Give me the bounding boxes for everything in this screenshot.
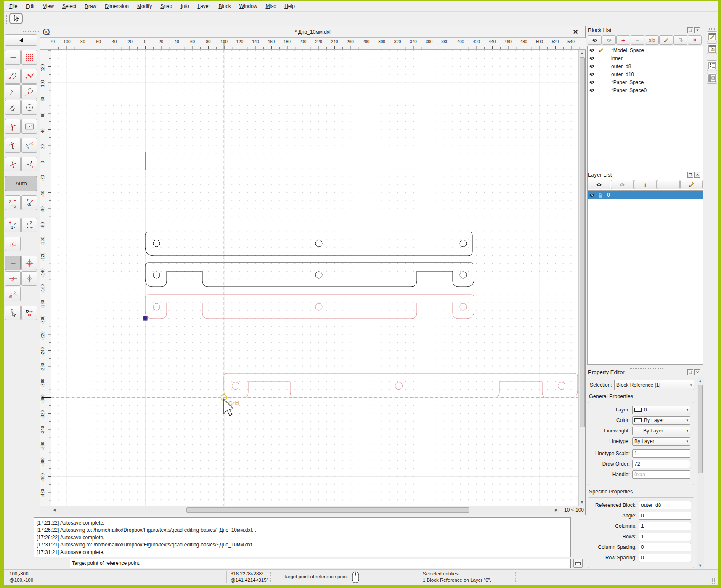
show-all-layers-button[interactable] <box>588 180 610 189</box>
snap-middle-icon[interactable] <box>5 100 21 115</box>
property-input[interactable]: 0 <box>639 543 691 551</box>
scroll-right-icon[interactable]: ▶ <box>555 508 558 512</box>
set-relative-zero-icon[interactable] <box>21 256 37 270</box>
horizontal-scrollbar[interactable]: ◀ ▶ <box>51 506 559 514</box>
block-list-item[interactable]: outer_d8 <box>588 62 703 70</box>
insert-block-button[interactable] <box>673 35 687 45</box>
block-list-item[interactable]: *Paper_Space0 <box>588 86 703 94</box>
eye-icon[interactable] <box>588 80 596 84</box>
property-dropdown[interactable]: By Layer▾ <box>632 416 690 425</box>
property-editor-close-button[interactable]: ✕ <box>694 369 700 375</box>
selection-dropdown[interactable]: Block Reference [1]▾ <box>614 380 694 390</box>
menu-layer[interactable]: Layer <box>194 2 213 11</box>
eye-icon[interactable] <box>588 64 596 69</box>
property-dropdown[interactable]: 0▾ <box>632 406 690 414</box>
snap-free-icon[interactable] <box>5 50 21 65</box>
restrict-off-icon[interactable] <box>5 237 21 251</box>
menu-view[interactable]: View <box>40 2 57 11</box>
scroll-thumb[interactable] <box>698 385 703 473</box>
resize-grip[interactable] <box>709 578 715 584</box>
toolbar-grip[interactable] <box>6 14 8 24</box>
horizontal-scroll-thumb[interactable] <box>186 507 469 513</box>
snap-grid-icon[interactable] <box>21 50 37 65</box>
property-input[interactable]: 1 <box>639 522 691 530</box>
block-list-item[interactable]: *Model_Space <box>588 46 703 54</box>
menu-modify[interactable]: Modify <box>134 2 155 11</box>
edit-block-button[interactable] <box>659 35 673 45</box>
menu-select[interactable]: Select <box>59 2 80 11</box>
coordinate-cartesian-icon[interactable]: yx <box>5 195 21 210</box>
menu-dimension[interactable]: Dimension <box>101 2 132 11</box>
vertical-scroll-thumb[interactable] <box>580 57 585 427</box>
eye-icon[interactable] <box>588 56 596 61</box>
panel-splitter[interactable] <box>629 366 663 369</box>
property-editor-float-button[interactable]: ❐ <box>687 369 693 375</box>
property-input[interactable]: 1 <box>632 449 690 458</box>
add-block-button[interactable]: + <box>616 35 630 45</box>
scroll-left-icon[interactable]: ◀ <box>53 508 56 512</box>
property-input[interactable]: 0 <box>639 554 691 562</box>
command-line-input[interactable]: Target point of reference point: <box>70 559 571 568</box>
snap-pick-coordinate-icon[interactable] <box>5 306 21 320</box>
snap-on-entity-icon[interactable] <box>21 69 37 84</box>
drawing-canvas[interactable] <box>51 50 578 506</box>
menu-misc[interactable]: Misc <box>262 2 279 11</box>
remove-block-button[interactable]: − <box>631 35 644 45</box>
entity-plate-outer-d10-top[interactable] <box>145 232 472 256</box>
scroll-down-icon[interactable]: ▼ <box>580 500 584 504</box>
property-editor-scrollbar[interactable]: ▲ ▼ <box>697 377 704 569</box>
menu-window[interactable]: Window <box>236 2 261 11</box>
vertical-scrollbar[interactable]: ▲ ▼ <box>578 50 585 506</box>
select-tool-button[interactable] <box>9 13 23 24</box>
property-input[interactable]: 1 <box>639 533 691 541</box>
restrict-none-icon[interactable] <box>5 256 21 270</box>
snap-center-icon[interactable] <box>21 100 37 115</box>
layer-list-item[interactable]: 0 <box>588 191 703 199</box>
menu-snap[interactable]: Snap <box>157 2 175 11</box>
menu-block[interactable]: Block <box>215 2 234 11</box>
menu-draw[interactable]: Draw <box>81 2 100 11</box>
block-list-item[interactable]: *Paper_Space <box>588 78 703 86</box>
eye-icon[interactable] <box>588 72 596 76</box>
layer-list-float-button[interactable]: ❐ <box>687 172 693 178</box>
remove-layer-button[interactable]: − <box>657 180 680 189</box>
snap-perpendicular-icon[interactable] <box>5 84 21 99</box>
layer-list[interactable]: 0 <box>587 190 703 365</box>
snap-auto-intersection-icon[interactable] <box>5 119 21 134</box>
lock-icon[interactable] <box>596 192 604 198</box>
snap-intersection-manual-icon[interactable]: 12 <box>21 138 37 153</box>
property-dropdown[interactable]: By Layer▾ <box>632 437 690 446</box>
show-all-blocks-button[interactable] <box>588 35 602 45</box>
edit-layer-button[interactable] <box>680 180 703 189</box>
eye-icon[interactable] <box>588 88 596 92</box>
snap-x-icon[interactable] <box>5 157 21 171</box>
eye-icon[interactable] <box>588 48 596 53</box>
property-input[interactable]: outer_d8 <box>639 501 691 509</box>
entity-plate-selected[interactable] <box>145 295 474 319</box>
restrict-horizontal-icon[interactable] <box>5 271 21 286</box>
dock-selection-filter-button[interactable] <box>707 43 717 54</box>
entity-plate-outer-d8-black[interactable] <box>145 263 474 287</box>
scroll-down-icon[interactable]: ▼ <box>698 564 702 568</box>
menu-edit[interactable]: Edit <box>22 2 38 11</box>
selection-handle[interactable] <box>143 316 147 320</box>
snap-reference-icon[interactable] <box>21 119 37 134</box>
eye-icon[interactable] <box>588 193 596 198</box>
property-dropdown[interactable]: By Layer▾ <box>632 427 690 435</box>
snap-toolbar-grip[interactable] <box>23 31 39 33</box>
entity-plate-reference-preview[interactable] <box>224 373 578 398</box>
scroll-up-icon[interactable]: ▲ <box>580 51 584 55</box>
snap-reference-key-icon[interactable] <box>21 306 37 320</box>
add-layer-button[interactable]: + <box>634 180 657 189</box>
snap-tangential-icon[interactable] <box>21 84 37 99</box>
dock-library-browser-button[interactable] <box>707 73 717 84</box>
layer-list-close-button[interactable]: ✕ <box>694 172 700 178</box>
dock-grip[interactable] <box>707 27 716 30</box>
property-input[interactable]: 0 <box>639 512 691 520</box>
rename-block-button[interactable]: a|b <box>645 35 659 45</box>
menu-help[interactable]: Help <box>281 2 298 11</box>
block-list-item[interactable]: outer_d10 <box>588 70 703 78</box>
purge-block-button[interactable]: ✕ <box>688 35 702 45</box>
coordinate-polar-icon[interactable]: ra <box>21 195 37 210</box>
auto-snap-button[interactable]: Auto <box>5 176 37 191</box>
